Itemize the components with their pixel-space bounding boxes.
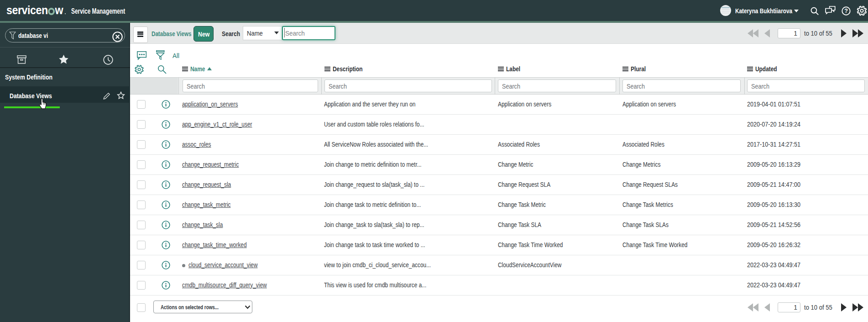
- svg-text:?: ?: [844, 8, 848, 14]
